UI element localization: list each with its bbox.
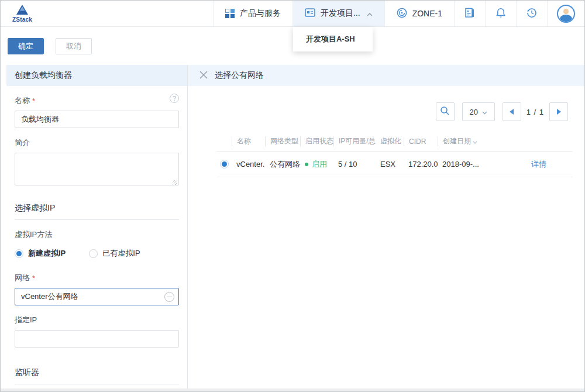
chevron-down-icon: [482, 108, 487, 116]
listener-section-title: 监听器: [15, 367, 179, 384]
zstack-logo[interactable]: ZStack: [1, 1, 32, 26]
chevron-up-icon: [367, 9, 373, 18]
name-input[interactable]: [15, 111, 179, 128]
network-field-wrapper: [15, 288, 179, 305]
create-lb-panel: 创建负载均衡器 名称* ? 简介 选择虚拟IP 虚拟IP方法: [6, 65, 188, 388]
project-dropdown-menu: 开发项目A-SH: [293, 27, 373, 51]
cell-date: 2018-09-...: [438, 160, 526, 169]
top-navbar: ZStack 产品与服务 开发项目...: [1, 1, 584, 27]
col-header-cidr[interactable]: CIDR: [404, 137, 438, 146]
next-arrow-icon: [557, 109, 561, 115]
nav-notifications-button[interactable]: [485, 1, 516, 26]
main-content: 创建负载均衡器 名称* ? 简介 选择虚拟IP 虚拟IP方法: [1, 65, 584, 388]
nav-user-avatar[interactable]: [547, 1, 584, 26]
cell-cidr: 172.20.0...: [404, 160, 438, 169]
vip-method-label: 虚拟IP方法: [15, 229, 179, 240]
radio-selected-icon: [15, 249, 23, 258]
network-input[interactable]: [15, 288, 179, 305]
help-icon[interactable]: ?: [170, 94, 179, 103]
description-textarea[interactable]: [15, 153, 179, 185]
vip-method-options: 新建虚拟IP 已有虚拟IP: [15, 248, 179, 259]
description-wrapper: [15, 153, 179, 188]
vip-section-title: 选择虚拟IP: [15, 203, 179, 220]
create-lb-title: 创建负载均衡器: [15, 70, 72, 81]
sort-caret-icon: [473, 137, 477, 146]
zone-icon: [397, 8, 407, 20]
select-network-panel-header: 选择公有网络: [188, 65, 584, 86]
project-menu-item[interactable]: 开发项目A-SH: [293, 27, 373, 51]
search-button[interactable]: [436, 102, 455, 121]
col-header-date[interactable]: 创建日期: [438, 136, 526, 146]
history-clock-icon: [526, 7, 538, 20]
cell-name: vCenter...: [232, 160, 265, 169]
cancel-button[interactable]: 取消: [56, 38, 92, 54]
zstack-console: ZStack 产品与服务 开发项目...: [0, 0, 585, 392]
vip-existing-option[interactable]: 已有虚拟IP: [89, 248, 140, 259]
network-table: 名称 网络类型 启用状态 IP可用量/总额 虚拟化 CIDR 创建日期: [216, 133, 573, 177]
nav-project-label: 开发项目...: [321, 8, 360, 19]
cell-virtualization: ESX: [376, 160, 404, 169]
required-asterisk: *: [32, 274, 35, 283]
radio-unselected-icon: [89, 249, 98, 258]
zstack-logo-label: ZStack: [12, 16, 32, 23]
cell-type: 公有网络: [265, 159, 300, 170]
create-lb-panel-header: 创建负载均衡器: [6, 65, 187, 86]
network-field-label: 网络*: [15, 273, 179, 283]
document-icon: [464, 7, 476, 20]
vip-new-label: 新建虚拟IP: [28, 248, 66, 259]
col-header-state[interactable]: 启用状态: [300, 136, 333, 146]
select-network-title: 选择公有网络: [215, 70, 264, 81]
detail-link[interactable]: 详情: [531, 160, 546, 169]
nav-products-services[interactable]: 产品与服务: [213, 1, 292, 26]
confirm-button[interactable]: 确定: [8, 38, 44, 54]
cell-ip-quota: 5 / 10: [333, 160, 376, 169]
nav-zone-selector[interactable]: ZONE-1: [384, 1, 454, 26]
remove-selection-icon[interactable]: [164, 292, 174, 302]
page-indicator: 1 / 1: [526, 108, 544, 116]
nav-report-button[interactable]: [454, 1, 485, 26]
table-toolbar: 20 1 / 1: [436, 102, 568, 121]
select-network-panel: 选择公有网络 20: [188, 65, 584, 388]
ip-field-label: 指定IP: [15, 315, 179, 325]
nav-history-button[interactable]: [516, 1, 547, 26]
nav-project-selector[interactable]: 开发项目... 开发项目A-SH: [292, 1, 384, 26]
prev-arrow-icon: [510, 109, 514, 115]
col-header-type[interactable]: 网络类型: [265, 136, 300, 146]
nav-products-label: 产品与服务: [240, 8, 281, 19]
row-radio[interactable]: [216, 160, 232, 169]
avatar: [557, 5, 575, 23]
page-size-select[interactable]: 20: [462, 102, 495, 121]
table-header-row: 名称 网络类型 启用状态 IP可用量/总额 虚拟化 CIDR 创建日期: [216, 133, 573, 152]
page-size-value: 20: [469, 108, 477, 116]
specified-ip-input[interactable]: [15, 330, 179, 348]
bell-icon: [495, 7, 507, 20]
cell-state: 启用: [300, 159, 333, 170]
required-asterisk: *: [32, 97, 35, 105]
nav-zone-label: ZONE-1: [412, 9, 442, 18]
description-field-label: 简介: [15, 137, 179, 148]
close-icon[interactable]: [199, 71, 208, 81]
enabled-dot-icon: [305, 163, 308, 166]
zstack-logo-icon: [16, 5, 28, 17]
vip-new-option[interactable]: 新建虚拟IP: [15, 248, 66, 259]
prev-page-button[interactable]: [503, 102, 521, 121]
col-header-virtualization[interactable]: 虚拟化: [376, 136, 404, 146]
col-header-ip-quota[interactable]: IP可用量/总额: [333, 136, 376, 146]
next-page-button[interactable]: [549, 102, 568, 121]
project-card-icon: [305, 8, 315, 19]
search-icon: [440, 106, 450, 118]
create-lb-form: 名称* ? 简介 选择虚拟IP 虚拟IP方法 新建虚拟IP: [6, 86, 187, 392]
radio-selected-icon: [220, 160, 229, 169]
name-field-label: 名称*: [15, 95, 179, 106]
pagination: 1 / 1: [503, 102, 568, 121]
col-header-name[interactable]: 名称: [232, 136, 265, 146]
products-grid-icon: [225, 9, 235, 18]
navbar-menu: 产品与服务 开发项目... 开发项目A-SH: [213, 1, 584, 26]
vip-existing-label: 已有虚拟IP: [102, 248, 140, 259]
table-row[interactable]: vCenter... 公有网络 启用 5 / 10 ESX 172.20.0..…: [216, 152, 573, 177]
